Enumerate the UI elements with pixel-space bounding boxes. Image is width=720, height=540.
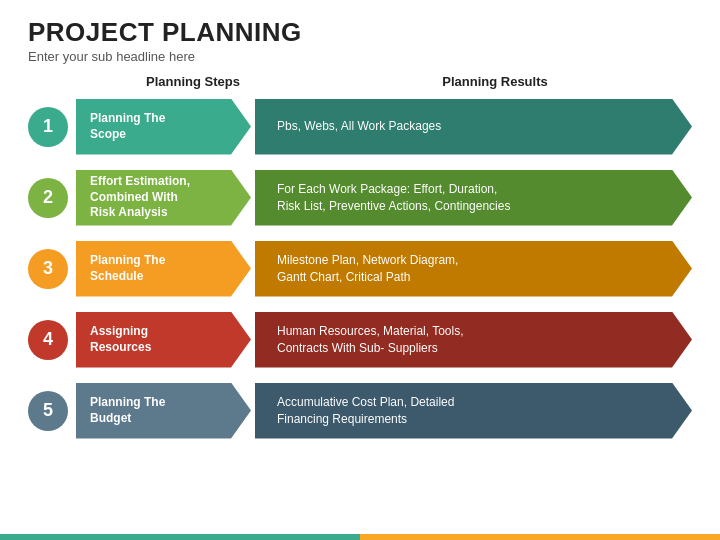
result-label-2: For Each Work Package: Effort, Duration,… <box>255 170 692 226</box>
result-label-5: Accumulative Cost Plan, Detailed Financi… <box>255 383 692 439</box>
step-number-1: 1 <box>28 107 68 147</box>
step-label-text-5: Planning The Budget <box>90 395 165 426</box>
result-label-4: Human Resources, Material, Tools, Contra… <box>255 312 692 368</box>
result-label-text-1: Pbs, Webs, All Work Packages <box>277 118 441 135</box>
col-header-results: Planning Results <box>298 74 692 89</box>
step-label-text-3: Planning The Schedule <box>90 253 165 284</box>
result-label-text-4: Human Resources, Material, Tools, Contra… <box>277 323 464 357</box>
result-label-text-5: Accumulative Cost Plan, Detailed Financi… <box>277 394 454 428</box>
page: PROJECT PLANNING Enter your sub headline… <box>0 0 720 540</box>
result-label-text-2: For Each Work Package: Effort, Duration,… <box>277 181 510 215</box>
step-number-5: 5 <box>28 391 68 431</box>
step-label-5: Planning The Budget <box>76 383 251 439</box>
planning-row-3: 3Planning The ScheduleMilestone Plan, Ne… <box>28 236 692 302</box>
rows-container: 1Planning The ScopePbs, Webs, All Work P… <box>28 94 692 444</box>
step-label-1: Planning The Scope <box>76 99 251 155</box>
bottom-bar <box>0 534 720 540</box>
step-number-2: 2 <box>28 178 68 218</box>
main-title: PROJECT PLANNING <box>28 18 692 47</box>
table-header: Planning Steps Planning Results <box>28 74 692 89</box>
col-header-steps: Planning Steps <box>88 74 298 89</box>
sub-headline: Enter your sub headline here <box>28 49 692 64</box>
step-label-text-2: Effort Estimation, Combined With Risk An… <box>90 174 190 221</box>
step-number-3: 3 <box>28 249 68 289</box>
step-label-4: Assigning Resources <box>76 312 251 368</box>
step-label-2: Effort Estimation, Combined With Risk An… <box>76 170 251 226</box>
planning-row-5: 5Planning The BudgetAccumulative Cost Pl… <box>28 378 692 444</box>
planning-row-2: 2Effort Estimation, Combined With Risk A… <box>28 165 692 231</box>
step-label-3: Planning The Schedule <box>76 241 251 297</box>
step-number-4: 4 <box>28 320 68 360</box>
step-label-text-1: Planning The Scope <box>90 111 165 142</box>
result-label-3: Milestone Plan, Network Diagram, Gantt C… <box>255 241 692 297</box>
planning-row-1: 1Planning The ScopePbs, Webs, All Work P… <box>28 94 692 160</box>
planning-row-4: 4Assigning ResourcesHuman Resources, Mat… <box>28 307 692 373</box>
step-label-text-4: Assigning Resources <box>90 324 151 355</box>
result-label-1: Pbs, Webs, All Work Packages <box>255 99 692 155</box>
result-label-text-3: Milestone Plan, Network Diagram, Gantt C… <box>277 252 458 286</box>
